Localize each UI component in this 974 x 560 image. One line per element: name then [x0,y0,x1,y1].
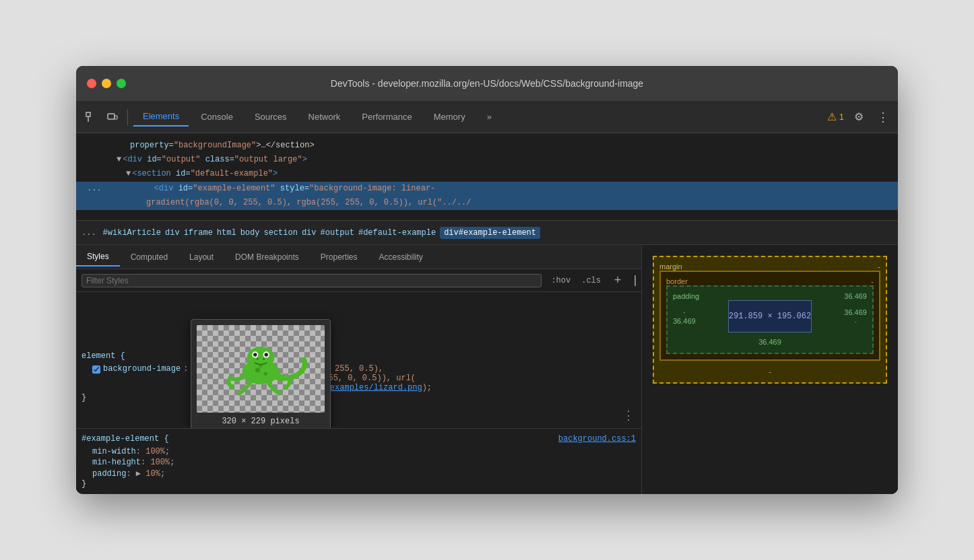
traffic-lights [87,79,126,88]
style-rule-element: element { background-image : linear-grad… [82,351,636,403]
devtools-toolbar: Elements Console Sources Network Perform… [76,101,898,133]
outer-dash-left: - [683,308,685,316]
breadcrumb-div[interactable]: div [165,228,180,238]
filter-buttons: :hov .cls [547,275,605,287]
html-line: ▼<section id="default-example"> [76,167,898,181]
breadcrumb: ... #wikiArticle div iframe html body se… [76,221,898,245]
tab-console[interactable]: Console [191,108,242,126]
devtools-body: property="backgroundImage">…</section> ▼… [76,133,898,494]
padding-bottom-row: 36.469 [673,332,867,347]
breadcrumb-iframe[interactable]: iframe [184,228,213,238]
rule-header: #example-element { background.css:1 [82,434,636,444]
padding-label: padding [673,292,699,300]
toolbar-divider [127,109,128,125]
tooltip-image [197,325,325,413]
breadcrumb-section[interactable]: section [263,228,297,238]
content-size: 291.859 × 195.062 [729,312,811,321]
padding-left-val: 36.469 [673,317,696,325]
hov-filter-btn[interactable]: :hov [547,275,575,287]
bg-prop-line: background-image : linear-gradient( rgba… [82,363,636,393]
border-label: border [666,277,688,285]
svg-point-10 [257,358,259,360]
toolbar-right: ⚠ 1 ⚙ ⋮ [827,108,892,127]
breadcrumb-dots[interactable]: ... [82,228,96,238]
breadcrumb-wikiarticle[interactable]: #wikiArticle [103,228,161,238]
pane-tab-styles[interactable]: Styles [76,248,120,267]
devtools-window: DevTools - developer.mozilla.org/en-US/d… [76,66,898,494]
tab-network[interactable]: Network [299,108,350,126]
inspector-icon[interactable] [82,108,100,127]
svg-point-13 [264,372,268,376]
svg-point-7 [253,353,257,357]
svg-point-9 [265,353,269,357]
tab-sources[interactable]: Sources [245,108,296,126]
breadcrumb-output[interactable]: #output [321,228,354,238]
pane-tab-computed[interactable]: Computed [120,248,178,266]
more-options-button[interactable]: ⋮ [874,108,892,127]
rule-close-brace: } [82,479,636,489]
padding-expand-arrow[interactable]: ▶ [136,469,141,479]
html-line-selected[interactable]: ... <div id="example-element" style="bac… [76,182,898,196]
tab-more[interactable]: » [478,108,501,126]
padding-right-val: 36.469 [844,308,867,316]
responsive-icon[interactable] [103,108,122,127]
tab-performance[interactable]: Performance [352,108,421,126]
tab-memory[interactable]: Memory [424,108,475,126]
close-button[interactable] [87,79,96,88]
rule-prop-padding: padding: ▶ 10%; [92,468,636,479]
three-dot-menu[interactable]: ⋮ [622,408,636,423]
breadcrumb-div2[interactable]: div [302,228,317,238]
box-model-pane: margin - border - padding 36 [642,245,898,494]
margin-box: margin - border - padding 36 [653,256,887,384]
bg-prop-name: background-image [103,364,181,374]
html-line-selected-2[interactable]: gradient(rgba(0, 0, 255, 0.5), rgba(255,… [76,196,898,210]
filter-input[interactable] [82,274,542,287]
pane-tab-layout[interactable]: Layout [178,248,224,266]
pane-tab-accessibility[interactable]: Accessibility [368,248,434,266]
breadcrumb-example-element[interactable]: div#example-element [440,227,540,239]
window-title: DevTools - developer.mozilla.org/en-US/d… [331,78,643,89]
filter-bar: :hov .cls + [76,269,641,292]
html-line: property="backgroundImage">…</section> [76,139,898,153]
right-side: 36.469 - [844,308,867,325]
element-close-brace: } [82,393,636,403]
pane-tab-dom[interactable]: DOM Breakpoints [224,248,310,266]
svg-point-12 [255,368,260,372]
border-label-row: border - [666,277,874,285]
title-bar: DevTools - developer.mozilla.org/en-US/d… [76,66,898,101]
cls-filter-btn[interactable]: .cls [577,275,605,287]
maximize-button[interactable] [117,79,126,88]
pane-tab-properties[interactable]: Properties [310,248,368,266]
warning-badge[interactable]: ⚠ 1 [827,110,844,123]
padding-middle-row: - 36.469 291.859 × 195.062 36.469 - [673,300,867,332]
padding-label-row: padding 36.469 [673,292,867,300]
svg-point-11 [263,358,265,360]
margin-bottom-row: - [659,361,880,377]
minimize-button[interactable] [102,79,111,88]
svg-rect-2 [108,114,115,119]
rule-props: min-width: 100%; min-height: 100%; paddi… [82,446,636,479]
html-line: ▼<div id="output" class="output large"> [76,153,898,167]
rule-file[interactable]: background.css:1 [558,434,636,444]
html-panel: property="backgroundImage">…</section> ▼… [76,133,898,221]
bg-checkbox[interactable] [92,365,100,374]
breadcrumb-default[interactable]: #default-example [358,228,436,238]
svg-rect-0 [86,112,90,116]
settings-button[interactable]: ⚙ [849,108,868,127]
breadcrumb-html[interactable]: html [217,228,236,238]
warning-icon: ⚠ [827,110,837,123]
outer-bottom-val: - [769,368,771,376]
svg-point-14 [259,364,263,368]
breadcrumb-body[interactable]: body [240,228,260,238]
tab-elements[interactable]: Elements [133,107,189,127]
margin-label: margin [659,262,682,271]
padding-bottom-val: 36.469 [758,338,781,346]
lower-panel: Styles Computed Layout DOM Breakpoints P… [76,245,898,494]
styles-content: 320 × 229 pixels element { background-im… [76,292,641,428]
element-tag: element { [82,351,636,361]
add-rule-button[interactable]: + [610,273,625,288]
tooltip-size-label: 320 × 229 pixels [197,417,325,426]
styles-pane: Styles Computed Layout DOM Breakpoints P… [76,245,642,494]
border-val: - [871,277,874,285]
outer-dash-right: - [854,318,856,325]
